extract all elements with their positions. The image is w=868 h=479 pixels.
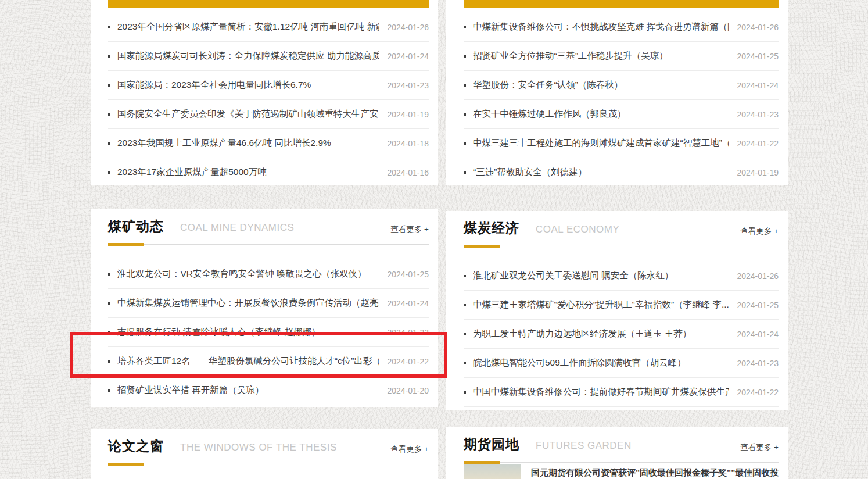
news-title: 国务院安全生产委员会印发《关于防范遏制矿山领域重特大生产安全事... [117,108,379,120]
news-date: 2024-01-19 [737,168,779,177]
news-date: 2024-01-22 [737,139,779,148]
news-title: 培养各类工匠12名——华塑股份氯碱分公司让技能人才“c位”出彩（... [117,355,379,367]
bullet-square-icon [108,360,110,363]
bullet-square-icon [464,304,466,306]
section-header-gold-bar [464,0,779,8]
news-list-item[interactable]: 2023年17家企业原煤产量超5000万吨 2024-01-16 [108,158,429,185]
section-title-en: COAL ECONOMY [536,224,619,235]
title-gold-underline [464,461,500,464]
panel-top-left-news: 2023年全国分省区原煤产量简析：安徽1.12亿吨 河南重回亿吨 新疆增... … [91,0,438,185]
bullet-square-icon [108,302,110,305]
news-list-item[interactable]: 招贤矿业全方位推动“三基”工作稳步提升（吴琼） 2024-01-25 [464,42,779,71]
news-title: 中煤三建王家塔煤矿“爱心积分”提升职工“幸福指数”（李继峰 李... [473,299,729,311]
section-header: 煤炭经济 COAL ECONOMY 查看更多 + [464,211,779,246]
bullet-square-icon [464,142,466,145]
news-title: 招贤矿业谋实举措 再开新篇（吴琼） [117,384,379,396]
news-title: 志愿服务在行动 清雪除冰暖人心（李继峰 赵娜娜） [117,326,379,338]
news-list-item[interactable]: 华塑股份：安全任务“认领”（陈春秋） 2024-01-24 [464,71,779,100]
news-date: 2024-01-26 [387,23,429,32]
bullet-square-icon [108,113,110,116]
news-list-item[interactable]: 国家能源局煤炭司司长刘涛：全力保障煤炭稳定供应 助力能源高质量... 2024-… [108,42,429,71]
section-header: 论文之窗 THE WINDOWS OF THE THESIS 查看更多 + [108,429,429,464]
news-date: 2024-01-24 [387,52,429,61]
news-list-item[interactable]: 2023年全国分省区原煤产量简析：安徽1.12亿吨 河南重回亿吨 新疆增... … [108,13,429,42]
news-title: 中煤新集设备维修公司：不惧挑战攻坚克难 挥戈奋进勇谱新篇（陈海... [473,21,729,33]
view-more-link[interactable]: 查看更多 + [740,442,779,453]
news-list-item[interactable]: “三违”帮教助安全（刘德建） 2024-01-19 [464,158,779,185]
news-date: 2024-01-20 [387,386,429,395]
bullet-square-icon [464,84,466,87]
news-title: 2023年我国规上工业原煤产量46.6亿吨 同比增长2.9% [117,137,379,149]
bullet-square-icon [464,171,466,174]
title-gold-underline [108,243,144,246]
news-date: 2024-01-24 [737,330,779,339]
news-title: 国家能源局煤炭司司长刘涛：全力保障煤炭稳定供应 助力能源高质量... [117,50,379,62]
news-title: 2023年全国分省区原煤产量简析：安徽1.12亿吨 河南重回亿吨 新疆增... [117,21,379,33]
news-date: 2024-01-22 [387,357,429,366]
news-title: 招贤矿业全方位推动“三基”工作稳步提升（吴琼） [473,50,729,62]
news-list-item[interactable]: 中煤三建三十工程处施工的海则滩煤矿建成首家矿建“智慧工地”（... 2024-0… [464,129,779,158]
news-list-item[interactable]: 淮北矿业双龙公司关工委送慰问 嘱安全（陈永红） 2024-01-26 [464,262,779,291]
news-list-item[interactable]: 为职工发土特产助力边远地区经济发展（王道玉 王莽） 2024-01-24 [464,320,779,349]
news-date: 2024-01-23 [387,328,429,337]
news-date: 2024-01-23 [387,81,429,90]
news-title: “三违”帮教助安全（刘德建） [473,166,729,178]
bullet-square-icon [108,171,110,174]
news-date: 2024-01-22 [737,388,779,397]
news-title: 淮北双龙公司：VR安全教育鸣安全警钟 唤敬畏之心（张双侠） [117,268,379,280]
news-date: 2024-01-23 [737,110,779,119]
article-thumbnail[interactable] [464,464,521,479]
section-title-cn: 论文之窗 [108,437,164,455]
news-list: 淮北双龙公司：VR安全教育鸣安全警钟 唤敬畏之心（张双侠） 2024-01-25… [108,260,429,405]
news-list-item[interactable]: 中国中煤新集设备维修公司：提前做好春节期间矿井煤炭保供生产所... 2024-0… [464,378,779,407]
news-date: 2024-01-25 [387,270,429,279]
news-title: 在实干中锤炼过硬工作作风（郭良茂） [473,108,729,120]
section-title-en: FUTURES GARDEN [536,440,632,452]
title-gold-underline [108,463,144,466]
news-list-item[interactable]: 在实干中锤炼过硬工作作风（郭良茂） 2024-01-23 [464,100,779,129]
news-date: 2024-01-24 [387,299,429,308]
bullet-square-icon [108,55,110,58]
news-list-item[interactable]: 国家能源局：2023年全社会用电量同比增长6.7% 2024-01-23 [108,71,429,100]
bullet-square-icon [108,331,110,334]
news-list-item[interactable]: 国务院安全生产委员会印发《关于防范遏制矿山领域重特大生产安全事... 2024-… [108,100,429,129]
bullet-square-icon [464,26,466,28]
news-list-item-highlighted[interactable]: 培养各类工匠12名——华塑股份氯碱分公司让技能人才“c位”出彩（... 2024… [108,347,429,376]
news-title: 淮北矿业双龙公司关工委送慰问 嘱安全（陈永红） [473,270,729,282]
section-header: 煤矿动态 COAL MINE DYNAMICS 查看更多 + [108,209,429,245]
news-title: 国家能源局：2023年全社会用电量同比增长6.7% [117,79,379,91]
news-date: 2024-01-19 [387,110,429,119]
news-list: 淮河能源控股集团 吕绍发 廖言海——以风险管理为导向的企业管理创... 2024… [108,470,429,479]
section-title-cn: 煤炭经济 [464,219,519,237]
news-list-item[interactable]: 2023年我国规上工业原煤产量46.6亿吨 同比增长2.9% 2024-01-1… [108,129,429,158]
bullet-square-icon [464,362,466,364]
view-more-link[interactable]: 查看更多 + [390,444,429,455]
news-list: 2023年全国分省区原煤产量简析：安徽1.12亿吨 河南重回亿吨 新疆增... … [108,13,429,185]
news-list-item[interactable]: 淮北双龙公司：VR安全教育鸣安全警钟 唤敬畏之心（张双侠） 2024-01-25 [108,260,429,289]
bullet-square-icon [464,113,466,116]
news-list-item[interactable]: 招贤矿业谋实举措 再开新篇（吴琼） 2024-01-20 [108,376,429,405]
bullet-square-icon [108,142,110,145]
news-list: 淮北矿业双龙公司关工委送慰问 嘱安全（陈永红） 2024-01-26 中煤三建王… [464,262,779,407]
news-title: 中煤三建三十工程处施工的海则滩煤矿建成首家矿建“智慧工地”（... [473,137,729,149]
news-list-item[interactable]: 中煤三建王家塔煤矿“爱心积分”提升职工“幸福指数”（李继峰 李... 2024-… [464,291,779,320]
panel-thesis-window: 论文之窗 THE WINDOWS OF THE THESIS 查看更多 + 淮河… [91,429,438,479]
featured-article[interactable]: 国元期货有限公司资管获评"固收最佳回报金榛子奖""最佳固收投资管… [464,464,779,479]
news-list-item[interactable]: 淮河能源控股集团 吕绍发 廖言海——以风险管理为导向的企业管理创... 2024… [108,470,429,479]
news-list-item[interactable]: 志愿服务在行动 清雪除冰暖人心（李继峰 赵娜娜） 2024-01-23 [108,318,429,347]
bullet-square-icon [464,391,466,394]
news-list-item[interactable]: 中煤新集设备维修公司：不惧挑战攻坚克难 挥戈奋进勇谱新篇（陈海... 2024-… [464,13,779,42]
view-more-link[interactable]: 查看更多 + [390,224,429,235]
section-header-gold-bar [108,0,429,8]
news-list-item[interactable]: 中煤新集煤炭运销管理中心：开展反餐饮浪费条例宣传活动（赵亮） 2024-01-2… [108,289,429,318]
news-title: 皖北煤电智能公司509工作面拆除圆满收官（胡云峰） [473,357,729,369]
section-title-cn: 煤矿动态 [108,217,164,235]
news-title: 华塑股份：安全任务“认领”（陈春秋） [473,79,729,91]
view-more-link[interactable]: 查看更多 + [740,226,779,237]
news-title: 中国中煤新集设备维修公司：提前做好春节期间矿井煤炭保供生产所... [473,386,729,398]
news-date: 2024-01-26 [737,271,779,281]
title-gold-underline [464,245,500,248]
news-date: 2024-01-24 [737,81,779,90]
news-date: 2024-01-23 [737,359,779,368]
news-list-item[interactable]: 皖北煤电智能公司509工作面拆除圆满收官（胡云峰） 2024-01-23 [464,349,779,378]
